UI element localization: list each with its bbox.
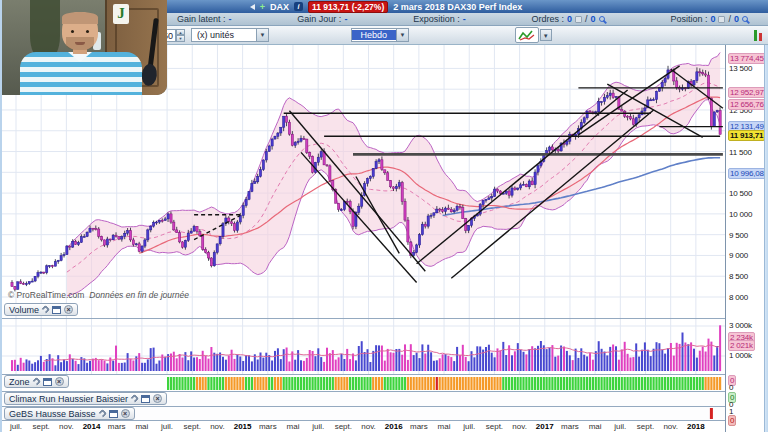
- x-axis-label: nov.: [59, 422, 74, 431]
- price-axis-label: 8 500: [728, 272, 749, 281]
- x-axis-label: juil.: [161, 422, 173, 431]
- timeframe-select[interactable]: Hebdo ▼: [351, 28, 410, 42]
- x-axis-label: nov.: [210, 422, 225, 431]
- chart-type-button[interactable]: [515, 27, 539, 43]
- indicator-price-badge: 13 774,45: [728, 53, 766, 64]
- x-axis-label: sept.: [486, 422, 503, 431]
- gebs-panel-title: GeBS Hausse Baisse: [9, 409, 96, 419]
- volume-panel-title: Volume: [9, 305, 39, 315]
- indicator-price-badge: 10 996,08: [728, 168, 766, 179]
- watermark-brand: © ProRealTime.com: [8, 290, 84, 300]
- trading-platform-window: + DAX i 11 913,71 (-2,27%) 2 mars 2018 D…: [0, 0, 768, 432]
- close-icon[interactable]: ×: [64, 305, 73, 314]
- settings-wrench-icon[interactable]: [130, 394, 140, 404]
- zone-axis-label: 0: [728, 383, 734, 392]
- status-item: Exposition :-: [413, 14, 466, 24]
- status-item: Gain latent :-: [177, 14, 232, 24]
- x-axis-label: 2018: [687, 422, 705, 431]
- zone-indicator-canvas[interactable]: [2, 374, 725, 391]
- x-axis-label: nov.: [512, 422, 527, 431]
- x-axis-label: mai: [135, 422, 148, 431]
- x-axis-label: 2015: [234, 422, 252, 431]
- close-icon[interactable]: ×: [121, 409, 130, 418]
- units-select[interactable]: (x) unités ▼: [191, 28, 269, 42]
- detach-window-icon[interactable]: [43, 378, 52, 386]
- x-axis-label: juil.: [312, 422, 324, 431]
- chart-workspace: juil.sept.nov.2014marsmaijuil.sept.nov.2…: [2, 45, 768, 432]
- zone-panel-header[interactable]: Zone ×: [4, 375, 69, 388]
- speaker-icon[interactable]: [250, 4, 255, 10]
- price-change-badge: 11 913,71 (-2,27%): [308, 1, 388, 13]
- webcam-overlay: J: [2, 0, 167, 95]
- status-item: Position :0/0: [670, 14, 748, 24]
- price-axis-label: 8 000: [728, 293, 749, 302]
- symbol-name: DAX: [270, 2, 289, 12]
- detach-window-icon[interactable]: [141, 395, 150, 403]
- x-axis-label: 2014: [83, 422, 101, 431]
- candlestick-mode-icon[interactable]: [754, 30, 762, 41]
- price-axis-label: 10 500: [728, 189, 753, 198]
- settings-wrench-icon[interactable]: [97, 409, 107, 419]
- volume-panel-header[interactable]: Volume ×: [4, 303, 78, 316]
- price-axis-label: 13 500: [728, 64, 753, 73]
- watermark-note: Données en fin de journée: [89, 290, 189, 300]
- x-axis-label: mars: [410, 422, 428, 431]
- time-axis[interactable]: juil.sept.nov.2014marsmaijuil.sept.nov.2…: [2, 420, 725, 432]
- status-item: Ordres :0/0: [532, 14, 605, 24]
- chevron-down-icon[interactable]: ▼: [396, 29, 408, 41]
- volume-canvas[interactable]: [2, 318, 725, 374]
- x-axis-label: juil.: [463, 422, 475, 431]
- symbol-prefix: +: [260, 2, 265, 12]
- window-right-frame: [764, 45, 768, 432]
- timeframe-value: Hebdo: [352, 30, 397, 40]
- price-axis-label: 10 000: [728, 210, 753, 219]
- chart-type-icon: [518, 29, 536, 41]
- stepper-down-icon[interactable]: ▼: [176, 35, 185, 42]
- price-axis-label: 9 500: [728, 231, 749, 240]
- price-axis-label: 11 500: [728, 148, 753, 157]
- counter-box-icon[interactable]: [575, 16, 582, 23]
- price-axis[interactable]: 13 50012 50011 50010 50010 0009 5009 000…: [725, 45, 764, 432]
- x-axis-label: nov.: [361, 422, 376, 431]
- volume-badge: 2 021k: [728, 340, 755, 351]
- gebs-axis-label: 0: [728, 415, 736, 426]
- x-axis-label: mai: [589, 422, 602, 431]
- x-axis-label: mars: [561, 422, 579, 431]
- webcam-person-mouth: [75, 42, 85, 45]
- detach-window-icon[interactable]: [52, 306, 61, 314]
- plot-column: juil.sept.nov.2014marsmaijuil.sept.nov.2…: [2, 45, 725, 432]
- settings-wrench-icon[interactable]: [31, 377, 41, 387]
- climax-panel-header[interactable]: Climax Run Haussier Baissier ×: [4, 392, 167, 405]
- gebs-panel-header[interactable]: GeBS Hausse Baisse ×: [4, 407, 135, 420]
- x-axis-label: nov.: [663, 422, 678, 431]
- price-axis-label: 9 000: [728, 251, 749, 260]
- x-axis-label: mars: [259, 422, 277, 431]
- close-icon[interactable]: ×: [55, 377, 64, 386]
- counter-box-icon[interactable]: [718, 16, 725, 23]
- settings-wrench-icon[interactable]: [41, 305, 51, 315]
- x-axis-label: juil.: [614, 422, 626, 431]
- info-icon[interactable]: i: [294, 2, 303, 11]
- x-axis-label: mai: [438, 422, 451, 431]
- status-item: Gain Jour :-: [297, 14, 347, 24]
- chevron-down-icon[interactable]: ▼: [256, 29, 268, 41]
- volume-axis-label: 1 000k: [728, 351, 753, 360]
- x-axis-label: mars: [108, 422, 126, 431]
- x-axis-label: 2017: [536, 422, 554, 431]
- magnifier-icon[interactable]: [742, 16, 748, 22]
- watermark: © ProRealTime.comDonnées en fin de journ…: [8, 290, 189, 300]
- close-icon[interactable]: ×: [153, 394, 162, 403]
- volume-axis-label: 3 000k: [728, 321, 753, 330]
- x-axis-label: sept.: [184, 422, 201, 431]
- x-axis-label: sept.: [33, 422, 50, 431]
- chart-type-dropdown-icon[interactable]: ▼: [540, 29, 552, 41]
- x-axis-label: sept.: [335, 422, 352, 431]
- magnifier-icon[interactable]: [599, 16, 605, 22]
- webcam-letter-card: J: [113, 4, 129, 24]
- webcam-person-eye: [71, 30, 74, 33]
- x-axis-label: 2016: [385, 422, 403, 431]
- webcam-person-eye: [86, 30, 89, 33]
- detach-window-icon[interactable]: [109, 410, 118, 418]
- indicator-price-badge: 12 952,97: [728, 87, 766, 98]
- indicator-price-badge: 12 656,76: [728, 99, 766, 110]
